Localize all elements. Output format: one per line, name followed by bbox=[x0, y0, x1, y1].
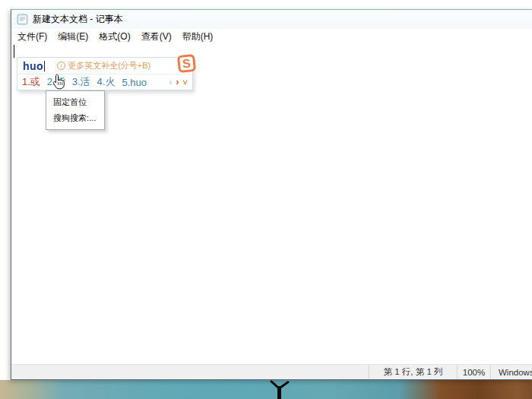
status-bar: 第 1 行, 第 1 列 100% Windows ( bbox=[11, 364, 532, 379]
ime-candidate-5[interactable]: 5.huo bbox=[122, 77, 147, 88]
ime-pinyin-input: huo bbox=[23, 60, 43, 72]
status-zoom-level: 100% bbox=[457, 365, 490, 379]
menu-file[interactable]: 文件(F) bbox=[12, 29, 52, 45]
desktop-background: 新建文本文档 - 记事本 文件(F) 编辑(E) 格式(O) 查看(V) 帮助(… bbox=[0, 0, 532, 399]
context-menu-item-pin-first[interactable]: 固定首位 bbox=[46, 94, 104, 110]
text-caret bbox=[14, 45, 14, 58]
status-line-ending: Windows ( bbox=[490, 365, 532, 379]
menu-bar: 文件(F) 编辑(E) 格式(O) 查看(V) 帮助(H) bbox=[11, 29, 532, 44]
candidate-context-menu: 固定首位 搜狗搜索:... bbox=[46, 90, 105, 130]
ime-candidate-3[interactable]: 3.活 bbox=[72, 75, 90, 89]
chevron-down-icon[interactable]: ˅ bbox=[183, 78, 188, 87]
ime-caret bbox=[44, 61, 45, 71]
ime-candidate-4[interactable]: 4.火 bbox=[97, 75, 116, 89]
context-menu-item-sogou-search[interactable]: 搜狗搜索:... bbox=[46, 110, 104, 126]
sogou-logo-icon[interactable]: S bbox=[177, 54, 196, 73]
prev-page-icon[interactable]: ‹ bbox=[169, 77, 173, 87]
ime-nav: ‹ › ˅ bbox=[169, 77, 188, 87]
ime-hint[interactable]: i 更多英文补全(分号+B) bbox=[57, 60, 150, 71]
info-icon: i bbox=[57, 62, 65, 70]
ime-candidate-1[interactable]: 1.或 bbox=[22, 75, 40, 89]
title-bar[interactable]: 新建文本文档 - 记事本 bbox=[11, 10, 532, 29]
status-cursor-position: 第 1 行, 第 1 列 bbox=[369, 365, 457, 379]
ime-candidate-row: 1.或 2.货 3.活 4.火 5.huo ‹ › ˅ bbox=[17, 74, 192, 90]
notepad-app-icon bbox=[17, 14, 28, 25]
ime-hint-text: 更多英文补全(分号+B) bbox=[68, 60, 150, 71]
ime-candidate-panel: S huo i 更多英文补全(分号+B) 1.或 2.货 3.活 4.火 5.h… bbox=[17, 57, 193, 90]
hand-cursor-icon bbox=[52, 74, 66, 90]
menu-edit[interactable]: 编辑(E) bbox=[52, 29, 93, 45]
menu-format[interactable]: 格式(O) bbox=[93, 29, 135, 45]
menu-help[interactable]: 帮助(H) bbox=[177, 29, 219, 45]
menu-view[interactable]: 查看(V) bbox=[136, 29, 177, 45]
ime-composition-row: huo i 更多英文补全(分号+B) bbox=[17, 58, 192, 74]
person-silhouette bbox=[262, 380, 297, 399]
next-page-icon[interactable]: › bbox=[176, 77, 179, 87]
window-title: 新建文本文档 - 记事本 bbox=[33, 13, 123, 26]
